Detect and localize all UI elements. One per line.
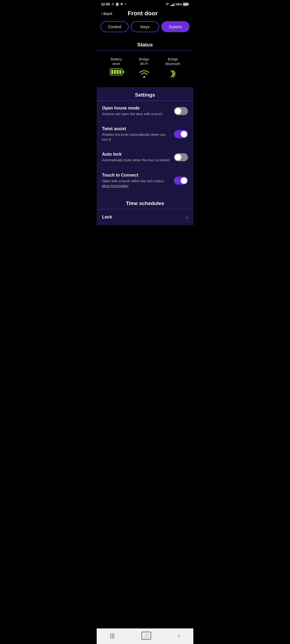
- back-chevron-icon: ‹: [101, 11, 102, 16]
- wifi-status-icon: [165, 3, 169, 6]
- bluetooth-status-card: BridgeBluetooth: [165, 57, 180, 79]
- touch-connect-title: Touch to Connect: [102, 173, 170, 178]
- svg-rect-2: [184, 3, 185, 5]
- open-house-desc: Anyone can open the door with a touch: [102, 112, 170, 116]
- auto-lock-toggle-knob: [175, 154, 181, 160]
- touch-connect-desc: Open with a touch within the lock radius…: [102, 179, 170, 188]
- tab-control[interactable]: Control: [100, 21, 129, 32]
- back-label: Back: [103, 11, 112, 16]
- setting-touch-text: Touch to Connect Open with a touch withi…: [102, 173, 170, 188]
- bluetooth-label: BridgeBluetooth: [165, 57, 180, 66]
- setting-auto-lock-text: Auto lock Automatically locks when the d…: [102, 152, 170, 163]
- status-bar-right: 66%: [165, 2, 189, 6]
- svg-rect-1: [188, 3, 189, 5]
- battery-icon: [110, 68, 123, 75]
- wifi-status-card: BridgeWi-Fi: [138, 57, 150, 79]
- open-house-title: Open house mode: [102, 106, 170, 111]
- setting-twist-assist: Twist assist Rotates the knob automatica…: [97, 122, 193, 147]
- time-schedules-heading: Time schedules: [97, 196, 193, 209]
- auto-lock-desc: Automatically locks when the door is clo…: [102, 158, 170, 163]
- status-heading: Status: [97, 38, 193, 50]
- setting-touch-to-connect: Touch to Connect Open with a touch withi…: [97, 168, 193, 193]
- settings-section: Settings Open house mode Anyone can open…: [97, 87, 193, 193]
- time-lock-item[interactable]: Lock ›: [97, 209, 193, 225]
- status-bar-left: 12:06 ⚠ 🖼 ⚙ ●: [101, 2, 126, 6]
- svg-point-5: [143, 76, 145, 78]
- status-bar: 12:06 ⚠ 🖼 ⚙ ● 66%: [97, 0, 193, 7]
- status-divider: [97, 50, 193, 51]
- setting-open-house-mode: Open house mode Anyone can open the door…: [97, 101, 193, 122]
- tab-system[interactable]: System: [161, 21, 190, 32]
- open-house-toggle-knob: [175, 108, 181, 114]
- wifi-large-icon: [138, 68, 150, 78]
- svg-rect-3: [185, 3, 186, 5]
- settings-heading: Settings: [97, 87, 193, 101]
- top-nav: ‹ Back Front door: [97, 7, 193, 21]
- touch-connect-desc-start: Open with a touch within the lock radius…: [102, 179, 165, 183]
- twist-assist-toggle[interactable]: [174, 130, 188, 138]
- touch-connect-toggle[interactable]: [174, 177, 188, 185]
- battery-status-card: Batterylevel: [110, 57, 123, 79]
- more-information-link[interactable]: More Information: [102, 184, 128, 188]
- tab-row: Control Keys System: [97, 21, 193, 38]
- status-time: 12:06: [101, 2, 110, 6]
- signal-bars: [171, 2, 175, 6]
- setting-auto-lock: Auto lock Automatically locks when the d…: [97, 147, 193, 168]
- back-button[interactable]: ‹ Back: [101, 11, 112, 16]
- setting-twist-text: Twist assist Rotates the knob automatica…: [102, 126, 170, 142]
- battery-status-icon: [183, 3, 189, 6]
- twist-assist-toggle-knob: [181, 131, 187, 137]
- open-house-toggle[interactable]: [174, 107, 188, 115]
- gear-icon: ⚙: [120, 2, 123, 6]
- battery-percent: 66%: [176, 3, 182, 6]
- auto-lock-title: Auto lock: [102, 152, 170, 157]
- page-title: Front door: [112, 10, 173, 17]
- auto-lock-toggle[interactable]: [174, 153, 188, 161]
- dot-indicator: ●: [125, 3, 126, 5]
- status-section: Status Batterylevel BridgeWi-Fi: [97, 38, 193, 87]
- warning-icon: ⚠: [111, 2, 114, 6]
- setting-open-house-text: Open house mode Anyone can open the door…: [102, 106, 170, 116]
- chevron-right-icon: ›: [186, 214, 188, 220]
- time-schedules-section: Time schedules Lock ›: [97, 193, 193, 225]
- touch-connect-toggle-knob: [181, 177, 187, 184]
- svg-rect-4: [186, 3, 187, 5]
- time-lock-label: Lock: [102, 215, 112, 219]
- tab-keys[interactable]: Keys: [131, 21, 159, 32]
- twist-assist-title: Twist assist: [102, 126, 170, 131]
- photo-icon: 🖼: [116, 3, 119, 6]
- bluetooth-icon: [169, 68, 177, 79]
- battery-label: Batterylevel: [111, 57, 122, 66]
- wifi-label: BridgeWi-Fi: [139, 57, 149, 66]
- twist-assist-desc: Rotates the knob automatically when you …: [102, 132, 170, 142]
- status-cards: Batterylevel BridgeWi-Fi Br: [97, 55, 193, 87]
